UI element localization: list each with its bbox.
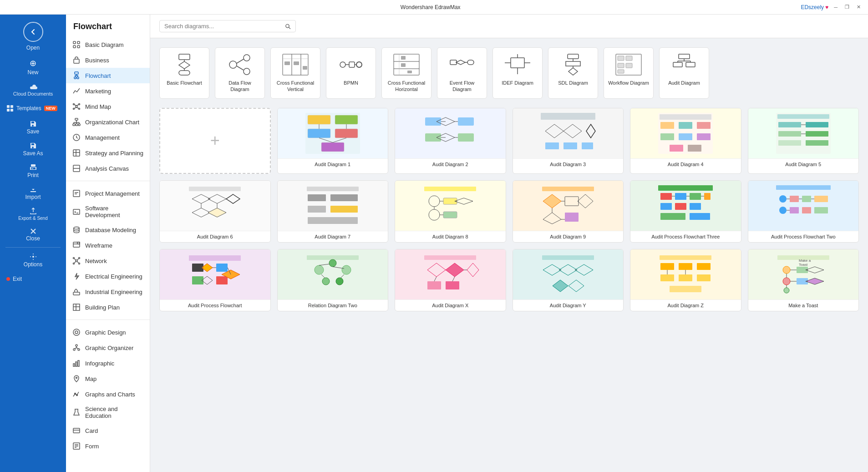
nav-item-graphs[interactable]: Graphs and Charts bbox=[66, 386, 150, 402]
template-audit-process-3[interactable]: Audit Process Flowchart Three bbox=[630, 180, 741, 243]
nav-item-science[interactable]: Science and Education bbox=[66, 402, 150, 423]
template-audit-7[interactable]: Audit Diagram 7 bbox=[277, 180, 389, 243]
template-audit-1[interactable]: Audit Diagram 1 bbox=[277, 108, 389, 174]
svg-rect-9 bbox=[73, 46, 76, 48]
svg-rect-304 bbox=[660, 263, 674, 270]
svg-rect-118 bbox=[511, 58, 524, 68]
svg-rect-14 bbox=[77, 77, 79, 79]
sidebar-item-exit[interactable]: Exit bbox=[0, 271, 66, 287]
diagram-type-basic-flowchart[interactable]: Basic Flowchart bbox=[159, 47, 209, 99]
template-audit-4[interactable]: Audit Diagram 4 bbox=[630, 108, 741, 174]
diagram-type-event-flow[interactable]: Event Flow Diagram bbox=[437, 47, 487, 99]
nav-item-flowchart[interactable]: Flowchart bbox=[66, 68, 150, 83]
search-box[interactable] bbox=[159, 20, 296, 32]
svg-rect-1 bbox=[10, 105, 13, 108]
nav-item-marketing[interactable]: Marketing bbox=[66, 83, 150, 99]
svg-rect-206 bbox=[308, 206, 326, 213]
svg-point-275 bbox=[342, 265, 351, 274]
template-audit-6[interactable]: Audit Diagram 6 bbox=[159, 180, 271, 243]
nav-item-industrial[interactable]: Industrial Engineering bbox=[66, 284, 150, 299]
close-button[interactable]: ✕ bbox=[855, 3, 863, 11]
diagram-type-data-flow[interactable]: Data Flow Diagram bbox=[215, 47, 265, 99]
nav-item-org-chart[interactable]: Organizational Chart bbox=[66, 114, 150, 130]
template-label: Audit Diagram Y bbox=[513, 299, 624, 311]
svg-rect-283 bbox=[424, 255, 476, 260]
search-input[interactable] bbox=[164, 23, 281, 30]
sidebar-item-save[interactable]: Save bbox=[0, 117, 66, 138]
svg-point-273 bbox=[315, 265, 324, 274]
diagram-type-audit[interactable]: Audit Diagram bbox=[659, 47, 709, 99]
sidebar-item-close[interactable]: Close bbox=[0, 224, 66, 245]
nav-item-business[interactable]: Business bbox=[66, 52, 150, 68]
nav-item-electrical[interactable]: Electrical Engineering bbox=[66, 269, 150, 284]
template-label: Relation Diagram Two bbox=[278, 299, 388, 311]
svg-rect-167 bbox=[545, 142, 559, 149]
template-audit-8[interactable]: Audit Diagram 8 bbox=[395, 180, 506, 243]
sidebar-item-export[interactable]: Export & Send bbox=[0, 204, 66, 224]
svg-point-247 bbox=[779, 195, 787, 203]
template-audit-process[interactable]: Audit Process Flowchart bbox=[159, 249, 271, 311]
app-title: Wondershare EdrawMax bbox=[60, 4, 801, 10]
svg-rect-26 bbox=[76, 124, 78, 126]
nav-item-mind-map[interactable]: Mind Map bbox=[66, 99, 150, 114]
template-audit-3[interactable]: Audit Diagram 3 bbox=[513, 108, 624, 174]
sidebar-item-save-as[interactable]: Save As bbox=[0, 138, 66, 160]
nav-item-management[interactable]: Management bbox=[66, 130, 150, 145]
svg-rect-182 bbox=[777, 114, 829, 119]
nav-item-infographic[interactable]: Infographic bbox=[66, 355, 150, 371]
nav-item-card[interactable]: Card bbox=[66, 423, 150, 438]
svg-point-323 bbox=[784, 288, 789, 293]
svg-rect-11 bbox=[74, 59, 79, 63]
nav-item-map[interactable]: Map bbox=[66, 371, 150, 386]
back-button[interactable] bbox=[23, 22, 43, 42]
template-audit-z[interactable]: Audit Diagram Z bbox=[630, 249, 741, 311]
svg-rect-203 bbox=[307, 187, 359, 191]
diagram-type-cross-horiz[interactable]: Cross Functional Horizontal bbox=[381, 47, 431, 99]
nav-item-software[interactable]: Software Development bbox=[66, 201, 150, 222]
template-audit-x[interactable]: Audit Diagram X bbox=[395, 249, 506, 311]
restore-button[interactable]: ❐ bbox=[843, 3, 851, 11]
nav-item-form[interactable]: Form bbox=[66, 438, 150, 454]
nav-item-wireframe[interactable]: Wireframe bbox=[66, 238, 150, 253]
sidebar-item-templates[interactable]: Templates NEW bbox=[0, 100, 66, 117]
svg-rect-133 bbox=[618, 70, 624, 73]
svg-rect-5 bbox=[31, 168, 33, 169]
nav-item-database[interactable]: Database Modeling bbox=[66, 222, 150, 238]
diagram-type-sdl[interactable]: SDL Diagram bbox=[548, 47, 598, 99]
nav-item-organizer[interactable]: Graphic Organizer bbox=[66, 340, 150, 355]
svg-rect-240 bbox=[660, 213, 685, 220]
diagram-type-cross-vertical[interactable]: Cross Functional Vertical bbox=[270, 47, 320, 99]
template-make-toast[interactable]: Make a Toast bbox=[748, 249, 859, 311]
sidebar-item-cloud[interactable]: Cloud Documents bbox=[0, 79, 66, 100]
svg-marker-114 bbox=[456, 60, 465, 65]
window-controls: EDszeely ♥ ─ ❐ ✕ bbox=[801, 3, 863, 11]
diagram-type-label: Cross Functional Vertical bbox=[274, 80, 316, 93]
diagram-type-workflow[interactable]: Workflow Diagram bbox=[604, 47, 654, 99]
sidebar-item-print[interactable]: Print bbox=[0, 160, 66, 182]
sidebar-item-options[interactable]: Options bbox=[0, 249, 66, 271]
template-audit-process-2[interactable]: Audit Process Flowchart Two bbox=[748, 180, 859, 243]
minimize-button[interactable]: ─ bbox=[832, 4, 839, 11]
template-audit-9[interactable]: Audit Diagram 9 bbox=[513, 180, 624, 243]
diagram-type-label: Data Flow Diagram bbox=[219, 80, 261, 93]
sidebar-item-new[interactable]: ⊕ New bbox=[0, 55, 66, 79]
nav-item-strategy[interactable]: Strategy and Planning bbox=[66, 145, 150, 161]
add-template-button[interactable]: + bbox=[159, 108, 271, 174]
sidebar-item-import[interactable]: Import bbox=[0, 182, 66, 204]
template-audit-5[interactable]: Audit Diagram 5 bbox=[748, 108, 859, 174]
svg-line-83 bbox=[289, 27, 290, 29]
diagram-type-idef[interactable]: IDEF Diagram bbox=[492, 47, 543, 99]
nav-item-building[interactable]: Building Plan bbox=[66, 299, 150, 315]
nav-item-basic-diagram[interactable]: Basic Diagram bbox=[66, 37, 150, 52]
svg-rect-13 bbox=[74, 77, 76, 79]
nav-item-project[interactable]: Project Management bbox=[66, 186, 150, 201]
nav-item-analysis[interactable]: Analysis Canvas bbox=[66, 161, 150, 176]
template-audit-2[interactable]: Audit Diagram 2 bbox=[395, 108, 506, 174]
nav-item-network[interactable]: Network bbox=[66, 253, 150, 269]
diagram-type-bpmn[interactable]: BPMN bbox=[326, 47, 376, 99]
svg-rect-76 bbox=[73, 428, 80, 433]
template-audit-y[interactable]: Audit Diagram Y bbox=[513, 249, 624, 311]
nav-item-graphic-design[interactable]: Graphic Design bbox=[66, 325, 150, 340]
template-relation-two[interactable]: Relation Diagram Two bbox=[277, 249, 389, 311]
svg-rect-205 bbox=[330, 194, 358, 201]
